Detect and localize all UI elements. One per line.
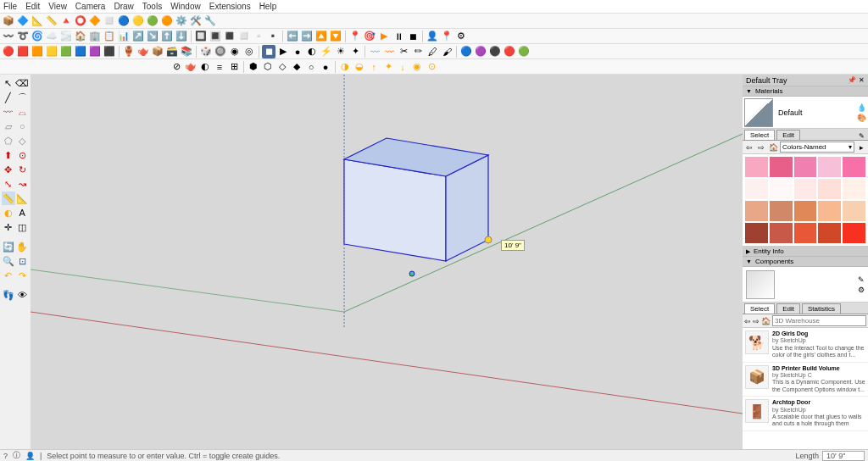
section-tool[interactable]: ◫ <box>16 220 30 234</box>
tool-icon[interactable]: 🟠 <box>160 14 174 28</box>
zoom-tool[interactable]: 🔍 <box>2 254 15 268</box>
tool-icon[interactable]: ◎ <box>242 45 256 58</box>
component-item[interactable]: 📦 3D Printer Build Volume by SketchUp C … <box>743 363 868 397</box>
tool-icon[interactable]: 🔼 <box>314 30 328 43</box>
color-swatch[interactable] <box>794 179 817 199</box>
tool-icon[interactable]: 📚 <box>180 45 193 58</box>
fwd-icon[interactable]: ⇨ <box>753 317 760 325</box>
tool-icon[interactable]: ⬇️ <box>175 30 188 43</box>
components-header[interactable]: ▼Components <box>743 257 868 267</box>
tool-icon[interactable]: 📊 <box>117 30 131 43</box>
tool-icon[interactable]: ➰ <box>16 30 30 43</box>
component-item[interactable]: 🚪 Archtop Door by SketchUp A scalable do… <box>743 397 868 431</box>
tool-icon[interactable]: 🔺 <box>59 14 73 28</box>
home-icon[interactable]: 🏠 <box>761 317 771 325</box>
tool-icon[interactable]: 🌀 <box>31 30 44 43</box>
tool-icon[interactable]: 🛠️ <box>189 14 203 28</box>
tool-icon[interactable]: ⚡ <box>320 45 333 58</box>
tool-icon[interactable]: 🟩 <box>59 45 73 58</box>
tool-icon[interactable]: 🟨 <box>45 45 58 58</box>
tool-icon[interactable]: 🟥 <box>16 45 30 58</box>
line-tool[interactable]: ╱ <box>2 91 15 104</box>
polygon-tool[interactable]: ⬠ <box>2 134 15 147</box>
tool-icon[interactable]: ☁️ <box>45 30 58 43</box>
tool-icon[interactable]: ● <box>291 45 304 58</box>
create-icon[interactable]: 🎨 <box>857 114 866 122</box>
fwd-icon[interactable]: ⇨ <box>756 142 766 153</box>
tool-icon[interactable]: 📋 <box>103 30 116 43</box>
tool-icon[interactable]: 📦 <box>2 14 15 28</box>
menu-help[interactable]: Help <box>259 2 277 11</box>
color-swatch[interactable] <box>794 201 817 221</box>
back-icon[interactable]: ⇦ <box>744 317 751 325</box>
color-swatch[interactable] <box>745 179 768 199</box>
tool-icon[interactable]: 🫖 <box>136 45 150 58</box>
component-item[interactable]: 🐕 2D Girls Dog by SketchUp Use the Inter… <box>743 328 868 363</box>
color-swatch[interactable] <box>745 201 768 221</box>
tool-icon[interactable]: ◆ <box>290 60 303 74</box>
tool-icon[interactable]: ◼ <box>262 45 275 58</box>
tray-header[interactable]: Default Tray 📌✕ <box>743 75 868 86</box>
home-icon[interactable]: 🏠 <box>768 142 778 153</box>
tool-icon[interactable]: ➡️ <box>300 30 314 43</box>
menu-file[interactable]: File <box>3 2 17 11</box>
tool-icon[interactable]: ↑ <box>367 60 381 74</box>
tool-icon[interactable]: ⬅️ <box>286 30 299 43</box>
tool-icon[interactable]: 🖌 <box>440 45 453 58</box>
color-swatch[interactable] <box>745 157 768 177</box>
edit-icon[interactable]: ✎ <box>858 275 865 284</box>
tool-icon[interactable]: ▶ <box>377 30 391 43</box>
protractor-tool[interactable]: ◐ <box>2 206 15 219</box>
tab-edit[interactable]: Edit <box>776 130 800 140</box>
rotate-tool[interactable]: ↻ <box>16 163 30 176</box>
tool-icon[interactable]: ◐ <box>198 60 212 74</box>
tool-icon[interactable]: ✂ <box>397 45 410 58</box>
color-swatch[interactable] <box>818 157 841 177</box>
tool-icon[interactable]: 🔵 <box>117 14 131 28</box>
back-icon[interactable]: ⇦ <box>744 142 754 153</box>
menu-icon[interactable]: ▸ <box>856 142 866 153</box>
tool-icon[interactable]: ⭕ <box>74 14 87 28</box>
tab-comp-stats[interactable]: Statistics <box>802 303 841 314</box>
tool-icon[interactable]: ⬡ <box>261 60 275 74</box>
material-swatch[interactable] <box>744 98 773 127</box>
tool-icon[interactable]: ⬛ <box>103 45 116 58</box>
tool-icon[interactable]: 🔶 <box>88 14 102 28</box>
tool-icon[interactable]: ◑ <box>338 60 352 74</box>
tool-icon[interactable]: ☀ <box>334 45 348 58</box>
menu-camera[interactable]: Camera <box>75 2 106 11</box>
tool-icon[interactable]: ⊘ <box>170 60 183 74</box>
tool-icon[interactable]: ⚫ <box>488 45 502 58</box>
color-swatch[interactable] <box>794 157 817 177</box>
collection-dropdown[interactable]: Colors-Named▾ <box>780 142 854 153</box>
arc-tool[interactable]: ⌒ <box>16 91 30 104</box>
tool-icon[interactable]: 🟡 <box>131 14 145 28</box>
viewport[interactable]: 10' 9" <box>31 75 743 449</box>
tool-icon[interactable]: ⬆️ <box>160 30 174 43</box>
tool-icon[interactable]: 👤 <box>426 30 439 43</box>
tool-icon[interactable]: 🎯 <box>363 30 376 43</box>
tab-comp-edit[interactable]: Edit <box>776 303 800 314</box>
tool-icon[interactable]: ✦ <box>381 60 395 74</box>
arc2-tool[interactable]: ⌓ <box>16 105 30 119</box>
menu-edit[interactable]: Edit <box>25 2 40 11</box>
tool-icon[interactable]: 🏺 <box>122 45 136 58</box>
tool-icon[interactable]: ⊙ <box>425 60 438 74</box>
menu-window[interactable]: Window <box>170 2 201 11</box>
text-tool[interactable]: A <box>16 206 30 219</box>
options-icon[interactable]: ⚙ <box>858 286 865 294</box>
tool-icon[interactable]: ⬢ <box>247 60 260 74</box>
tool-icon[interactable]: 🔧 <box>203 14 217 28</box>
tool-icon[interactable]: 〰️ <box>2 30 15 43</box>
tool-icon[interactable]: ◉ <box>410 60 424 74</box>
color-swatch[interactable] <box>770 223 793 243</box>
color-swatch[interactable] <box>818 179 841 199</box>
tool-icon[interactable]: 🏠 <box>74 30 87 43</box>
look-tool[interactable]: 👁 <box>16 288 30 302</box>
walk-tool[interactable]: 👣 <box>2 288 15 302</box>
tool-icon[interactable]: 📦 <box>151 45 164 58</box>
tool-icon[interactable]: 🔘 <box>214 45 227 58</box>
tool-icon[interactable]: ✦ <box>348 45 362 58</box>
length-input[interactable]: 10' 9" <box>822 451 865 461</box>
tool-icon[interactable]: ↘️ <box>146 30 159 43</box>
